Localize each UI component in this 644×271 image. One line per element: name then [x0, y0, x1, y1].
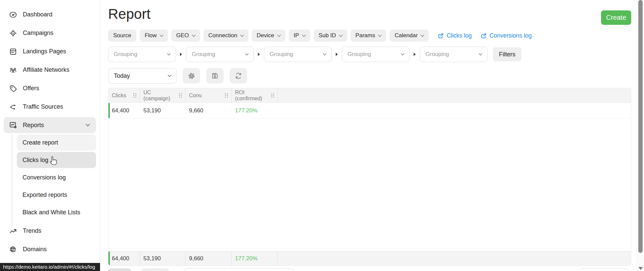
create-button[interactable]: Create — [601, 10, 631, 25]
total-uc-campaign: 53,190 — [140, 252, 186, 266]
cell-clicks: 64,400 — [108, 107, 140, 114]
offers-icon: $ — [9, 85, 17, 93]
drag-handle-icon[interactable] — [133, 93, 137, 98]
refresh-icon — [234, 72, 242, 80]
chevron-down-icon — [192, 33, 195, 37]
chevron-down-icon — [401, 52, 404, 55]
sidebar-item-campaigns[interactable]: Campaigns — [0, 24, 100, 42]
cell-roi-confirmed: 177.20% — [232, 107, 278, 114]
vertical-scrollbar[interactable] — [637, 0, 644, 271]
chip-label: IP — [294, 32, 299, 39]
sidebar-item-offers[interactable]: $ Offers — [0, 79, 100, 98]
table-row[interactable]: 64,400 53,190 9,660 177.20% — [108, 103, 631, 118]
link-label: Conversions log — [490, 32, 532, 39]
chevron-down-icon — [167, 52, 171, 55]
column-header-roi-confirmed[interactable]: ROI (confirmed) — [232, 88, 278, 103]
chevron-down-icon — [159, 33, 163, 37]
total-roi-confirmed: 177.20% — [232, 252, 278, 266]
sidebar-subitem-label: Clicks log — [22, 157, 48, 164]
row-status-marker — [108, 103, 110, 118]
grouping-separator-icon — [336, 53, 338, 56]
drag-handle-icon[interactable] — [225, 93, 228, 98]
chip-label: Flow — [145, 32, 157, 39]
filter-chip-geo[interactable]: GEO — [171, 30, 200, 42]
filters-button[interactable]: Filters — [493, 47, 521, 61]
sidebar-item-traffic-sources[interactable]: Traffic Sources — [0, 98, 100, 116]
grouping-placeholder: Grouping — [348, 51, 371, 58]
date-range-select[interactable]: Today — [108, 68, 177, 84]
sidebar-item-trends[interactable]: Trends — [0, 222, 100, 240]
grouping-placeholder: Grouping — [425, 51, 449, 58]
filter-chip-device[interactable]: Device — [252, 30, 285, 42]
sidebar-item-label: Dashboard — [23, 11, 52, 18]
filter-chip-source[interactable]: Source — [108, 30, 136, 42]
pagination-right-box[interactable] — [579, 268, 629, 271]
filter-chip-connection[interactable]: Connection — [203, 30, 248, 42]
sidebar: Dashboard Campaigns Landings Pages Affil… — [0, 0, 100, 271]
pagination-next-button[interactable] — [141, 268, 170, 271]
sidebar-item-domains[interactable]: Domains — [0, 240, 100, 259]
scrollbar-down-arrow-icon[interactable] — [638, 267, 643, 270]
report-table: Clicks UC (campaign) Conv. ROI (confirme… — [108, 88, 631, 266]
filter-chip-ip[interactable]: IP — [289, 30, 310, 42]
table-totals-row: 64,400 53,190 9,660 177.20% — [108, 251, 631, 266]
grouping-select-5[interactable]: Grouping — [420, 47, 488, 62]
sidebar-subitem-exported-reports[interactable]: Exported reports — [17, 187, 96, 203]
column-label: ROI (confirmed) — [235, 90, 271, 102]
affiliate-networks-icon — [9, 66, 17, 74]
drag-handle-icon[interactable] — [271, 93, 274, 98]
chip-label: Device — [257, 32, 274, 39]
chevron-down-icon — [323, 52, 326, 55]
trends-icon — [9, 227, 17, 235]
landing-pages-icon — [9, 48, 17, 56]
traffic-sources-icon — [9, 103, 17, 111]
sidebar-item-dashboard[interactable]: Dashboard — [0, 5, 100, 24]
column-header-uc-campaign[interactable]: UC (campaign) — [140, 88, 186, 103]
drag-handle-icon[interactable] — [179, 93, 182, 98]
grouping-select-1[interactable]: Grouping — [108, 47, 176, 62]
status-bar-url-tooltip: https://demo.keitaro.io/admin/#!/clicks/… — [0, 263, 100, 271]
grouping-select-2[interactable]: Grouping — [186, 47, 254, 62]
clicks-log-link[interactable]: Clicks log — [438, 32, 472, 39]
page-title: Report — [108, 6, 150, 22]
date-toolbar-row: Today — [108, 68, 247, 84]
chip-label: GEO — [176, 32, 189, 39]
filter-chip-flow[interactable]: Flow — [140, 30, 168, 42]
settings-button[interactable] — [183, 68, 200, 84]
grouping-placeholder: Grouping — [192, 51, 215, 58]
chip-label: Calendar — [395, 32, 418, 39]
cell-conv: 9,660 — [186, 107, 232, 114]
total-conv: 9,660 — [186, 252, 232, 266]
save-button[interactable] — [206, 68, 224, 84]
sidebar-item-label: Affiliate Networks — [23, 66, 70, 73]
grouping-select-3[interactable]: Grouping — [264, 47, 332, 62]
dashboard-icon — [9, 11, 17, 19]
chevron-down-icon — [86, 122, 90, 126]
grouping-select-4[interactable]: Grouping — [342, 47, 410, 62]
refresh-button[interactable] — [230, 68, 247, 84]
date-range-value: Today — [114, 72, 130, 79]
grouping-placeholder: Grouping — [270, 51, 293, 58]
filter-chip-sub-id[interactable]: Sub ID — [314, 30, 347, 42]
chevron-down-icon — [421, 33, 424, 37]
chevron-down-icon — [339, 33, 342, 37]
external-link-icon — [438, 33, 444, 39]
filter-chip-calendar[interactable]: Calendar — [389, 30, 429, 42]
sidebar-item-affiliate-networks[interactable]: Affiliate Networks — [0, 61, 100, 79]
column-header-clicks[interactable]: Clicks — [108, 88, 140, 103]
total-empty — [278, 252, 631, 266]
column-header-conv[interactable]: Conv. — [186, 88, 232, 103]
sidebar-item-reports[interactable]: Reports — [4, 117, 96, 133]
sidebar-subitem-create-report[interactable]: Create report — [17, 134, 96, 151]
rows-per-page-select[interactable] — [183, 268, 294, 271]
sidebar-subitem-black-white-lists[interactable]: Black and White Lists — [17, 204, 96, 220]
sidebar-subitem-conversions-log[interactable]: Conversions log — [17, 169, 96, 185]
scrollbar-thumb[interactable] — [638, 0, 643, 253]
filter-chips-row: Source Flow GEO Connection Device IP Sub… — [108, 30, 532, 42]
conversions-log-link[interactable]: Conversions log — [480, 32, 532, 39]
column-header-empty — [278, 88, 631, 103]
sidebar-item-landing-pages[interactable]: Landings Pages — [0, 42, 100, 61]
pagination-prev-button[interactable] — [107, 268, 132, 271]
filter-chip-params[interactable]: Params — [351, 30, 386, 42]
sidebar-subitem-label: Exported reports — [22, 192, 67, 199]
